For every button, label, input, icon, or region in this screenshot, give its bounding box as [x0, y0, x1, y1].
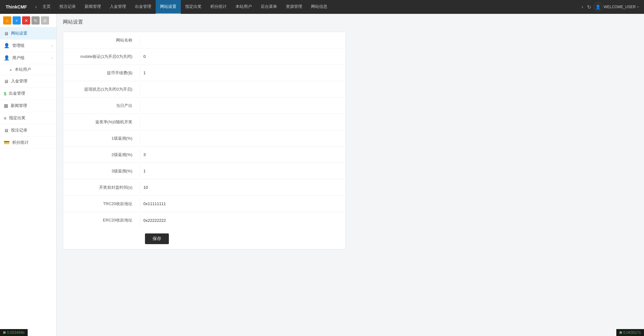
expand-arrow-icon: ›: [51, 44, 53, 48]
form-label-9: 开奖前封盘时间(s): [63, 181, 139, 194]
dollar-icon: $: [4, 91, 6, 96]
sidebar-item-9[interactable]: 💳 积分统计: [0, 137, 56, 149]
form-input-5[interactable]: [140, 116, 344, 128]
user-menu[interactable]: 👤 WELCOME_USER ~: [594, 3, 639, 11]
form-input-4[interactable]: [140, 100, 344, 111]
toolbar-btn-refresh[interactable]: ↻: [31, 16, 40, 25]
nav-item-网站信息[interactable]: 网站信息: [307, 0, 332, 14]
nav-item-网站设置[interactable]: 网站设置: [156, 0, 181, 14]
form-label-1: mobile验证(1为开启0为关闭): [63, 50, 139, 63]
form-label-2: 提币手续费($): [63, 66, 139, 80]
nav-item-积分统计[interactable]: 积分统计: [206, 0, 231, 14]
sidebar-subitem-label: 本站用户: [15, 67, 31, 72]
nav-item-新闻管理[interactable]: 新闻管理: [80, 0, 105, 14]
person-icon: 👤: [4, 55, 10, 61]
form-fields: 网站名称 mobile验证(1为开启0为关闭) 提币手续费($) 提现状态(1为…: [63, 32, 346, 228]
form-label-3: 提现状态(1为关闭0为开启): [63, 83, 139, 96]
user-avatar-icon: 👤: [594, 3, 602, 11]
news-icon: ▦: [4, 103, 8, 109]
status-dot-right: [619, 331, 622, 334]
page-title: 网站设置: [63, 19, 638, 25]
sidebar-item-8[interactable]: 🖥 投注记录: [0, 124, 56, 137]
form-input-6[interactable]: [140, 133, 344, 144]
form-input-7[interactable]: [140, 149, 344, 160]
settings-form-card: 网站名称 mobile验证(1为开启0为关闭) 提币手续费($) 提现状态(1为…: [63, 32, 346, 249]
sidebar-item-2[interactable]: 👤 用户组 ›: [0, 52, 56, 64]
nav-item-出金管理[interactable]: 出金管理: [130, 0, 156, 14]
nav-item-指定出奖[interactable]: 指定出奖: [181, 0, 206, 14]
form-input-0[interactable]: [140, 35, 344, 46]
form-row-6: 1级返佣(%): [63, 130, 346, 147]
sidebar-item-7[interactable]: ≡ 指定出奖: [0, 112, 56, 124]
form-label-0: 网站名称: [63, 34, 139, 47]
form-label-10: TRC20收款地址: [63, 197, 139, 210]
form-input-8[interactable]: [140, 165, 344, 177]
top-navigation: ThinkCMF ‹ 主页投注记录新闻管理入金管理出金管理网站设置指定出奖积分统…: [0, 0, 644, 14]
status-right-value: 0.043017s: [623, 330, 641, 335]
user-label: WELCOME_USER ~: [604, 5, 639, 9]
save-button[interactable]: 保存: [145, 233, 169, 244]
form-row-5: 返奖率(%)0随机开奖: [63, 114, 346, 130]
refresh-icon[interactable]: ↻: [587, 4, 591, 10]
form-input-11[interactable]: [140, 215, 344, 226]
toolbar-btn-home[interactable]: ⌂: [3, 16, 11, 25]
nav-item-投注记录[interactable]: 投注记录: [55, 0, 80, 14]
sidebar-item-label: 用户组: [12, 55, 49, 61]
form-input-9[interactable]: [140, 182, 344, 193]
expand-arrow-icon: ›: [51, 56, 53, 60]
sidebar-item-label: 网站设置: [11, 31, 53, 36]
nav-items: 主页投注记录新闻管理入金管理出金管理网站设置指定出奖积分统计本站用户后台菜单资源…: [38, 0, 578, 14]
toolbar-btn-menu[interactable]: ☰: [41, 16, 49, 25]
form-label-7: 2级返佣(%): [63, 148, 139, 161]
card-icon: 💳: [4, 140, 10, 145]
form-actions: 保存: [63, 228, 346, 249]
sidebar-item-label: 投注记录: [11, 127, 53, 133]
monitor-icon: 🖥: [4, 31, 8, 36]
status-bar-right: 0.043017s: [616, 329, 644, 336]
form-row-11: ERC20收款地址: [63, 212, 346, 228]
form-input-3[interactable]: [140, 84, 344, 95]
form-label-11: ERC20收款地址: [63, 214, 139, 227]
form-label-8: 3级返佣(%): [63, 165, 139, 178]
form-label-5: 返奖率(%)0随机开奖: [63, 115, 139, 129]
status-bar-left: 0.053494s: [0, 329, 28, 336]
sidebar-item-4[interactable]: 🖥 入金管理: [0, 75, 56, 87]
sidebar-toolbar: ⌂ + ✕ ↻ ☰: [0, 14, 56, 27]
sidebar-item-label: 出金管理: [9, 91, 53, 96]
form-row-10: TRC20收款地址: [63, 196, 346, 212]
form-input-10[interactable]: [140, 198, 344, 210]
nav-item-入金管理[interactable]: 入金管理: [105, 0, 130, 14]
sidebar-item-0[interactable]: 🖥 网站设置: [0, 27, 56, 40]
nav-prev-arrow[interactable]: ‹: [34, 4, 38, 10]
sidebar-items: 🖥 网站设置 👤 管理组 ›👤 用户组 ›▸ 本站用户🖥: [0, 27, 56, 149]
nav-next-arrow[interactable]: ›: [580, 4, 584, 10]
list-icon: ≡: [4, 115, 7, 121]
form-input-1[interactable]: [140, 51, 344, 62]
monitor-icon: 🖥: [4, 79, 8, 84]
sidebar-item-6[interactable]: ▦ 新闻管理: [0, 100, 56, 112]
form-row-1: mobile验证(1为开启0为关闭): [63, 48, 346, 65]
toolbar-btn-new[interactable]: +: [13, 16, 21, 25]
form-row-8: 3级返佣(%): [63, 163, 346, 179]
form-row-9: 开奖前封盘时间(s): [63, 179, 346, 196]
person-icon: 👤: [4, 43, 10, 48]
toolbar-btn-delete[interactable]: ✕: [22, 16, 30, 25]
sidebar-subitem-3[interactable]: ▸ 本站用户: [0, 64, 56, 75]
status-left-value: 0.053494s: [7, 330, 25, 335]
form-input-2[interactable]: [140, 67, 344, 79]
sidebar-item-label: 新闻管理: [11, 103, 53, 109]
form-label-6: 1级返佣(%): [63, 132, 139, 145]
main-layout: ⌂ + ✕ ↻ ☰ 🖥 网站设置 👤 管理组 ›👤 用户组 ›▸: [0, 14, 644, 336]
nav-item-后台菜单[interactable]: 后台菜单: [256, 0, 281, 14]
nav-item-本站用户[interactable]: 本站用户: [231, 0, 256, 14]
sidebar-item-label: 管理组: [12, 43, 49, 48]
status-dot-left: [3, 331, 6, 334]
main-content: 网站设置 网站名称 mobile验证(1为开启0为关闭) 提币手续费($) 提现…: [57, 14, 644, 336]
sidebar-item-1[interactable]: 👤 管理组 ›: [0, 40, 56, 52]
sidebar-item-5[interactable]: $ 出金管理: [0, 87, 56, 100]
sidebar: ⌂ + ✕ ↻ ☰ 🖥 网站设置 👤 管理组 ›👤 用户组 ›▸: [0, 14, 57, 336]
nav-item-主页[interactable]: 主页: [38, 0, 55, 14]
nav-right: › ↻ 👤 WELCOME_USER ~: [578, 3, 641, 11]
sidebar-item-label: 入金管理: [11, 78, 53, 84]
nav-item-资源管理[interactable]: 资源管理: [281, 0, 307, 14]
